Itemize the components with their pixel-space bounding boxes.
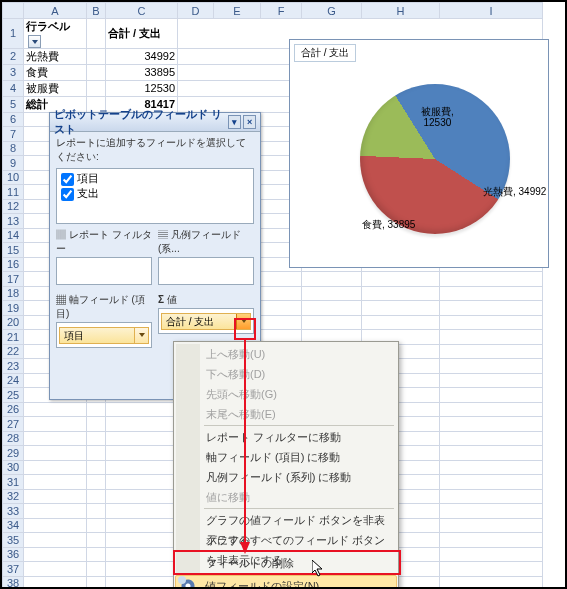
- pivot-chart[interactable]: 合計 / 支出 光熱費, 34992 食費, 33895 被服費,12530: [289, 39, 549, 268]
- chart-title-button[interactable]: 合計 / 支出: [294, 44, 356, 62]
- row-37[interactable]: 37: [3, 562, 24, 577]
- row-27[interactable]: 27: [3, 417, 24, 432]
- field-list-subtitle: レポートに追加するフィールドを選択してください:: [50, 132, 260, 168]
- data-label-3: 被服費,12530: [421, 106, 454, 128]
- menu-separator: [204, 425, 394, 426]
- item-label: 項目: [64, 330, 84, 341]
- row-13[interactable]: 13: [3, 214, 24, 229]
- zone-legend[interactable]: [158, 257, 254, 285]
- menu-item-to-axis[interactable]: 軸フィールド (項目) に移動: [176, 447, 396, 467]
- cell-A4[interactable]: 被服費: [24, 80, 87, 96]
- filter-dropdown-icon[interactable]: [28, 35, 41, 48]
- field-list-close-button[interactable]: ×: [243, 115, 256, 129]
- row-11[interactable]: 11: [3, 185, 24, 200]
- row-9[interactable]: 9: [3, 156, 24, 171]
- col-H[interactable]: H: [362, 3, 440, 19]
- row-14[interactable]: 14: [3, 228, 24, 243]
- row-18[interactable]: 18: [3, 286, 24, 301]
- cell-A2[interactable]: 光熱費: [24, 48, 87, 64]
- col-E[interactable]: E: [214, 3, 261, 19]
- zone-values-header: Σ 値: [158, 291, 254, 308]
- axis-field-item[interactable]: 項目: [59, 327, 149, 344]
- chevron-down-icon[interactable]: [134, 328, 148, 343]
- zone-legend-header: ▤ 凡例フィールド (系...: [158, 226, 254, 257]
- zone-values[interactable]: 合計 / 支出: [158, 308, 254, 334]
- checkbox-icon[interactable]: [61, 188, 74, 201]
- field-list-title: ピボットテーブルのフィールド リスト: [54, 107, 226, 137]
- zone-filter[interactable]: [56, 257, 152, 285]
- cell-C1[interactable]: 合計 / 支出: [106, 19, 178, 49]
- row-17[interactable]: 17: [3, 272, 24, 287]
- row-6[interactable]: 6: [3, 112, 24, 127]
- row-24[interactable]: 24: [3, 373, 24, 388]
- cell-C3[interactable]: 33895: [106, 64, 178, 80]
- col-C[interactable]: C: [106, 3, 178, 19]
- row-26[interactable]: 26: [3, 402, 24, 417]
- row-29[interactable]: 29: [3, 446, 24, 461]
- menu-item-label: 下へ移動(D): [206, 368, 265, 380]
- row-38[interactable]: 38: [3, 576, 24, 589]
- menu-item-label: 上へ移動(U): [206, 348, 265, 360]
- select-all-cell[interactable]: [3, 3, 24, 19]
- row-22[interactable]: 22: [3, 344, 24, 359]
- checkbox-icon[interactable]: [61, 173, 74, 186]
- col-A[interactable]: A: [24, 3, 87, 19]
- cell-A1[interactable]: 行ラベル: [24, 19, 87, 49]
- row-16[interactable]: 16: [3, 257, 24, 272]
- menu-item-label: 値に移動: [206, 491, 250, 503]
- row-20[interactable]: 20: [3, 315, 24, 330]
- row-15[interactable]: 15: [3, 243, 24, 258]
- row-8[interactable]: 8: [3, 141, 24, 156]
- row-2[interactable]: 2: [3, 48, 24, 64]
- row-19[interactable]: 19: [3, 301, 24, 316]
- field-list-title-bar[interactable]: ピボットテーブルのフィールド リスト ▾ ×: [50, 113, 260, 132]
- row-4[interactable]: 4: [3, 80, 24, 96]
- field-check-item2[interactable]: 支出: [61, 186, 249, 201]
- cell-C2[interactable]: 34992: [106, 48, 178, 64]
- row-34[interactable]: 34: [3, 518, 24, 533]
- cell-C4[interactable]: 12530: [106, 80, 178, 96]
- menu-item-up: 上へ移動(U): [176, 344, 396, 364]
- row-31[interactable]: 31: [3, 475, 24, 490]
- menu-item-label: 軸フィールド (項目) に移動: [206, 451, 340, 463]
- row-33[interactable]: 33: [3, 504, 24, 519]
- row-1[interactable]: 1: [3, 19, 24, 49]
- menu-item-to-legend[interactable]: 凡例フィールド (系列) に移動: [176, 467, 396, 487]
- menu-item-to-filter[interactable]: レポート フィルターに移動: [176, 427, 396, 447]
- cell-B1[interactable]: [87, 19, 106, 49]
- row-30[interactable]: 30: [3, 460, 24, 475]
- row-28[interactable]: 28: [3, 431, 24, 446]
- menu-item-hide-all-btn[interactable]: グラフのすべてのフィールド ボタンを非表示にする: [176, 530, 396, 550]
- row-labels-header: 行ラベル: [26, 20, 70, 32]
- row-12[interactable]: 12: [3, 199, 24, 214]
- row-32[interactable]: 32: [3, 489, 24, 504]
- row-21[interactable]: 21: [3, 330, 24, 345]
- col-I[interactable]: I: [440, 3, 543, 19]
- menu-item-down: 下へ移動(D): [176, 364, 396, 384]
- row-36[interactable]: 36: [3, 547, 24, 562]
- field-context-menu[interactable]: 上へ移動(U)下へ移動(D)先頭へ移動(G)末尾へ移動(E)レポート フィルター…: [173, 341, 399, 589]
- row-25[interactable]: 25: [3, 388, 24, 403]
- col-B[interactable]: B: [87, 3, 106, 19]
- field-list-layout-dropdown[interactable]: ▾: [228, 115, 241, 129]
- cell-A3[interactable]: 食費: [24, 64, 87, 80]
- chevron-down-icon[interactable]: [236, 314, 250, 329]
- zone-axis[interactable]: 項目: [56, 322, 152, 348]
- menu-item-remove[interactable]: フィールドの削除: [176, 553, 396, 573]
- row-5[interactable]: 5: [3, 96, 24, 112]
- row-35[interactable]: 35: [3, 533, 24, 548]
- field-list-fields[interactable]: 項目 支出: [56, 168, 254, 224]
- menu-item-settings[interactable]: 値フィールドの設定(N)...: [175, 575, 397, 589]
- col-D[interactable]: D: [178, 3, 214, 19]
- col-F[interactable]: F: [261, 3, 302, 19]
- menu-item-label: 先頭へ移動(G): [206, 388, 277, 400]
- row-10[interactable]: 10: [3, 170, 24, 185]
- row-7[interactable]: 7: [3, 127, 24, 142]
- row-23[interactable]: 23: [3, 359, 24, 374]
- field-check-item1[interactable]: 項目: [61, 171, 249, 186]
- menu-item-hide-chart-btn[interactable]: グラフの値フィールド ボタンを非表示にする: [176, 510, 396, 530]
- values-field-item[interactable]: 合計 / 支出: [161, 313, 251, 330]
- row-3[interactable]: 3: [3, 64, 24, 80]
- menu-item-label: レポート フィルターに移動: [206, 431, 341, 443]
- col-G[interactable]: G: [302, 3, 362, 19]
